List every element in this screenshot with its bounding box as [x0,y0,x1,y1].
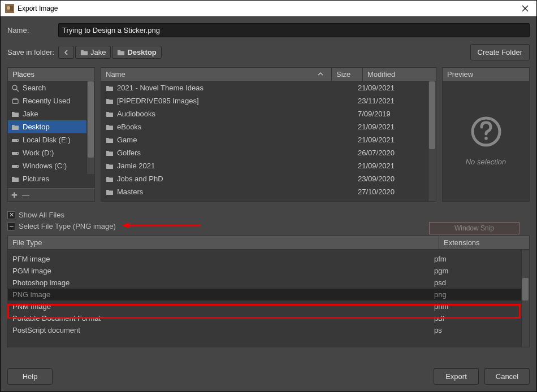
files-header: Name Size Modified [101,68,436,81]
place-item-search[interactable]: Search [8,81,94,94]
col-size[interactable]: Size [331,68,362,81]
svg-rect-5 [12,99,18,103]
filetype-row[interactable]: Portable Document Formatpdf [8,312,529,324]
place-item-label: Desktop [23,123,50,131]
file-name: Golfers [117,149,141,157]
filetype-name: PNG image [12,290,434,299]
filename-input[interactable] [58,23,530,37]
breadcrumb-desktop[interactable]: Desktop [112,46,161,59]
expander-icon[interactable]: − [7,223,15,230]
file-row[interactable]: Game21/09/2021 [101,133,436,146]
col-filetype[interactable]: File Type [8,236,439,249]
folder-icon [117,49,125,56]
place-item-desktop[interactable]: Desktop [8,120,94,133]
scrollbar-thumb[interactable] [522,278,529,300]
folder-icon [106,162,114,170]
drive-icon [11,136,19,144]
svg-rect-2 [10,6,13,11]
scrollbar-thumb[interactable] [88,81,94,158]
filetype-row[interactable]: PostScript documentps [8,324,529,336]
filetype-row[interactable]: PGM imagepgm [8,265,529,277]
help-button[interactable]: Help [7,368,53,385]
file-name: Game [117,136,137,144]
file-name: Jobs and PhD [117,175,163,183]
filetype-ext: pdf [434,314,525,323]
breadcrumb-back-button[interactable] [58,46,74,59]
files-scrollbar[interactable] [428,81,436,201]
place-item-windows-c-[interactable]: Windows (C:) [8,159,94,172]
cancel-button[interactable]: Cancel [484,368,530,385]
scrollbar-thumb[interactable] [429,81,435,149]
file-row[interactable]: Jobs and PhD23/09/2020 [101,172,436,185]
filetype-name: Photoshop image [12,278,434,287]
filetype-name: Portable Document Format [12,314,434,323]
sort-asc-icon [318,70,323,79]
export-button[interactable]: Export [434,368,479,385]
svg-line-4 [16,89,19,92]
window-close-button[interactable] [514,1,536,16]
svg-point-9 [17,153,18,154]
filetype-row[interactable]: PNG imagepng [8,289,529,300]
filetype-panel: File Type Extensions PFM imagepfmPGM ima… [7,236,530,347]
file-name: eBooks [117,123,141,131]
close-icon [522,5,529,12]
col-name[interactable]: Name [101,68,331,81]
preview-text: No selection [466,158,506,166]
files-list[interactable]: 2021 - Novel Theme Ideas21/09/2021[PIPED… [101,81,436,201]
filetype-row[interactable]: PNM imagepnm [8,300,529,312]
file-row[interactable]: 2021 - Novel Theme Ideas21/09/2021 [101,81,436,94]
file-row[interactable]: Audiobooks7/09/2019 [101,107,436,120]
place-item-label: Local Disk (E:) [23,136,71,144]
filetype-ext: pgm [434,267,525,275]
remove-place-icon[interactable]: — [22,191,29,199]
select-file-type-label: Select File Type (PNG image) [19,222,116,230]
breadcrumb-jake[interactable]: Jake [75,46,111,59]
file-row[interactable]: Golfers26/07/2020 [101,146,436,159]
file-row[interactable]: Jamie 202121/09/2021 [101,159,436,172]
filetype-name: PNM image [12,302,434,311]
place-item-recently-used[interactable]: Recently Used [8,94,94,107]
preview-body: No selection [443,81,529,201]
col-name-label: Name [106,70,125,79]
filetype-header: File Type Extensions [8,236,529,250]
drive-icon [11,162,19,170]
search-icon [11,84,19,92]
place-item-pictures[interactable]: Pictures [8,172,94,185]
create-folder-button[interactable]: Create Folder [470,44,530,60]
file-modified: 27/10/2020 [358,188,431,196]
filetype-row[interactable]: Photoshop imagepsd [8,277,529,289]
place-item-label: Work (D:) [23,149,54,157]
filetype-list[interactable]: PFM imagepfmPGM imagepgmPhotoshop imagep… [8,250,529,347]
folder-label: Save in folder: [7,48,58,56]
folder-icon [106,97,114,105]
file-row[interactable]: eBooks21/09/2021 [101,120,436,133]
file-modified: 26/07/2020 [358,149,431,157]
place-item-local-disk-e-[interactable]: Local Disk (E:) [8,133,94,146]
svg-point-3 [12,85,17,90]
svg-point-7 [17,140,18,141]
col-modified[interactable]: Modified [362,68,436,81]
chevron-left-icon [63,50,69,55]
folder-icon [106,84,114,92]
filetype-row[interactable]: PFM imagepfm [8,253,529,265]
place-item-work-d-[interactable]: Work (D:) [8,146,94,159]
folder-icon [11,110,19,118]
show-all-files-row[interactable]: ✕ Show All Files [7,210,530,220]
places-scrollbar[interactable] [86,81,94,174]
preview-header: Preview [443,68,529,81]
file-modified: 23/11/2021 [358,97,431,105]
file-row[interactable]: [PIPEDRIVE095 Images]23/11/2021 [101,94,436,107]
add-place-icon[interactable]: ✚ [11,191,18,199]
place-item-jake[interactable]: Jake [8,107,94,120]
filetype-name: PFM image [12,255,434,263]
filetype-scrollbar[interactable] [521,250,529,347]
file-name: 2021 - Novel Theme Ideas [117,84,203,92]
places-header: Places [7,67,95,81]
checkbox-icon[interactable]: ✕ [7,211,15,219]
file-modified: 21/09/2021 [358,136,431,144]
places-list[interactable]: SearchRecently UsedJakeDesktopLocal Disk… [7,81,95,188]
file-modified: 21/09/2021 [358,162,431,170]
col-extensions[interactable]: Extensions [439,236,529,249]
file-row[interactable]: Masters27/10/2020 [101,185,436,198]
svg-point-13 [484,137,488,140]
